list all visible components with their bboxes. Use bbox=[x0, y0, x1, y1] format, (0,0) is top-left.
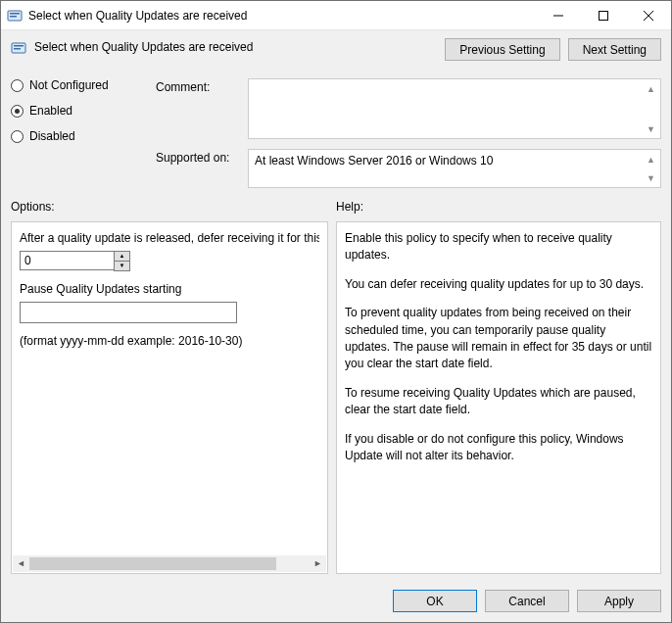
next-setting-button[interactable]: Next Setting bbox=[568, 38, 661, 61]
scroll-right-icon[interactable]: ► bbox=[310, 555, 326, 572]
help-label: Help: bbox=[336, 200, 661, 214]
pause-label: Pause Quality Updates starting bbox=[20, 281, 319, 298]
svg-rect-9 bbox=[14, 48, 21, 50]
options-panel: After a quality update is released, defe… bbox=[11, 221, 328, 574]
scroll-down-icon[interactable]: ▼ bbox=[643, 120, 659, 137]
policy-icon bbox=[11, 40, 26, 56]
spinner-down-button[interactable]: ▼ bbox=[115, 262, 129, 270]
svg-rect-1 bbox=[10, 13, 20, 15]
comment-value bbox=[249, 79, 660, 87]
help-text: You can defer receiving quality updates … bbox=[345, 276, 652, 293]
footer: OK Cancel Apply bbox=[1, 580, 671, 622]
pause-date-input[interactable] bbox=[20, 302, 237, 323]
format-hint: (format yyyy-mm-dd example: 2016-10-30) bbox=[20, 333, 319, 350]
defer-days-input[interactable] bbox=[20, 251, 114, 270]
policy-title: Select when Quality Updates are received bbox=[34, 38, 253, 54]
horizontal-scrollbar[interactable]: ◄ ► bbox=[13, 555, 326, 572]
help-text: If you disable or do not configure this … bbox=[345, 431, 652, 465]
supported-textbox: At least Windows Server 2016 or Windows … bbox=[248, 149, 661, 188]
supported-value: At least Windows Server 2016 or Windows … bbox=[249, 150, 660, 171]
radio-icon bbox=[11, 105, 24, 118]
scrollbar-thumb[interactable] bbox=[29, 557, 276, 570]
close-button[interactable] bbox=[626, 1, 671, 30]
spinner-up-button[interactable]: ▲ bbox=[115, 252, 129, 262]
supported-label: Supported on: bbox=[156, 149, 242, 165]
dialog-window: Select when Quality Updates are received… bbox=[0, 0, 672, 623]
svg-rect-4 bbox=[600, 11, 608, 20]
comment-label: Comment: bbox=[156, 78, 242, 94]
help-text: Enable this policy to specify when to re… bbox=[345, 230, 652, 264]
help-panel: Enable this policy to specify when to re… bbox=[336, 221, 661, 574]
radio-label: Enabled bbox=[29, 104, 72, 118]
help-text: To prevent quality updates from being re… bbox=[345, 305, 652, 373]
scroll-down-icon[interactable]: ▼ bbox=[643, 169, 659, 186]
svg-rect-8 bbox=[14, 45, 24, 47]
minimize-button[interactable] bbox=[536, 1, 581, 30]
radio-disabled[interactable]: Disabled bbox=[11, 129, 148, 143]
radio-not-configured[interactable]: Not Configured bbox=[11, 78, 148, 92]
apply-button[interactable]: Apply bbox=[577, 590, 661, 612]
app-icon bbox=[7, 8, 23, 24]
svg-rect-2 bbox=[10, 16, 17, 18]
maximize-button[interactable] bbox=[581, 1, 626, 30]
options-label: Options: bbox=[11, 200, 328, 214]
help-text: To resume receiving Quality Updates whic… bbox=[345, 385, 652, 419]
cancel-button[interactable]: Cancel bbox=[485, 590, 569, 612]
ok-button[interactable]: OK bbox=[393, 590, 477, 612]
comment-textbox[interactable]: ▲ ▼ bbox=[248, 78, 661, 139]
panels-area: Options: After a quality update is relea… bbox=[1, 200, 671, 580]
radio-label: Disabled bbox=[29, 129, 75, 143]
radio-enabled[interactable]: Enabled bbox=[11, 104, 148, 118]
radio-icon bbox=[11, 79, 24, 92]
radio-icon bbox=[11, 130, 24, 143]
defer-label: After a quality update is released, defe… bbox=[20, 230, 319, 247]
titlebar: Select when Quality Updates are received bbox=[1, 1, 671, 30]
radio-label: Not Configured bbox=[29, 78, 109, 92]
scroll-up-icon[interactable]: ▲ bbox=[643, 151, 659, 168]
window-title: Select when Quality Updates are received bbox=[28, 9, 536, 23]
scroll-up-icon[interactable]: ▲ bbox=[643, 80, 659, 97]
scroll-left-icon[interactable]: ◄ bbox=[13, 555, 29, 572]
previous-setting-button[interactable]: Previous Setting bbox=[445, 38, 559, 61]
header-area: Select when Quality Updates are received… bbox=[1, 30, 671, 200]
